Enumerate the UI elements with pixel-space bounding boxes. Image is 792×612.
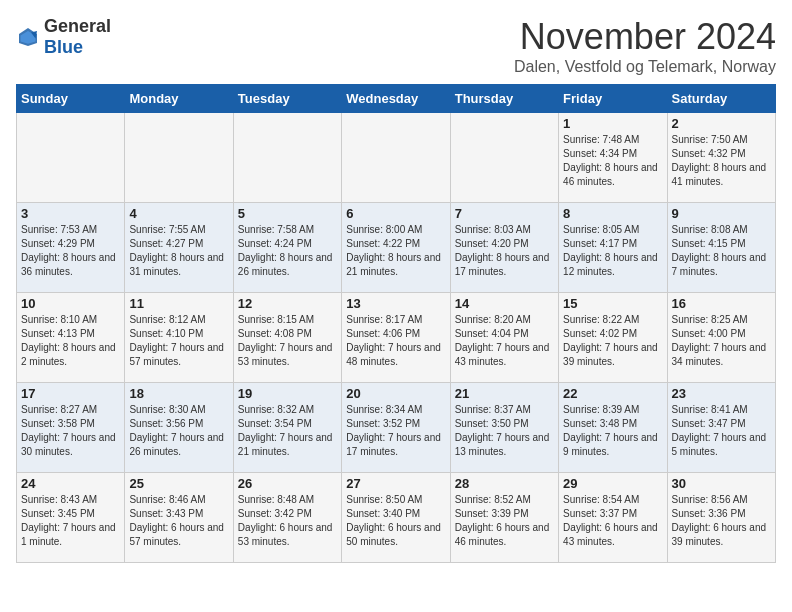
day-number: 13 [346, 296, 445, 311]
calendar-cell: 25Sunrise: 8:46 AM Sunset: 3:43 PM Dayli… [125, 473, 233, 563]
cell-info: Sunrise: 8:43 AM Sunset: 3:45 PM Dayligh… [21, 493, 120, 549]
calendar-cell [125, 113, 233, 203]
cell-info: Sunrise: 7:58 AM Sunset: 4:24 PM Dayligh… [238, 223, 337, 279]
cell-info: Sunrise: 8:03 AM Sunset: 4:20 PM Dayligh… [455, 223, 554, 279]
day-number: 5 [238, 206, 337, 221]
logo: General Blue [16, 16, 111, 58]
cell-info: Sunrise: 7:50 AM Sunset: 4:32 PM Dayligh… [672, 133, 771, 189]
day-number: 10 [21, 296, 120, 311]
day-number: 16 [672, 296, 771, 311]
calendar-cell [233, 113, 341, 203]
calendar-header-row: SundayMondayTuesdayWednesdayThursdayFrid… [17, 85, 776, 113]
cell-info: Sunrise: 8:30 AM Sunset: 3:56 PM Dayligh… [129, 403, 228, 459]
calendar-cell: 1Sunrise: 7:48 AM Sunset: 4:34 PM Daylig… [559, 113, 667, 203]
cell-info: Sunrise: 8:17 AM Sunset: 4:06 PM Dayligh… [346, 313, 445, 369]
calendar-cell [342, 113, 450, 203]
calendar-cell: 13Sunrise: 8:17 AM Sunset: 4:06 PM Dayli… [342, 293, 450, 383]
day-number: 23 [672, 386, 771, 401]
logo-general: General [44, 16, 111, 36]
cell-info: Sunrise: 8:54 AM Sunset: 3:37 PM Dayligh… [563, 493, 662, 549]
calendar-cell [17, 113, 125, 203]
cell-info: Sunrise: 8:10 AM Sunset: 4:13 PM Dayligh… [21, 313, 120, 369]
cell-info: Sunrise: 8:05 AM Sunset: 4:17 PM Dayligh… [563, 223, 662, 279]
day-number: 1 [563, 116, 662, 131]
logo-blue: Blue [44, 37, 83, 57]
calendar-cell: 29Sunrise: 8:54 AM Sunset: 3:37 PM Dayli… [559, 473, 667, 563]
calendar-cell: 27Sunrise: 8:50 AM Sunset: 3:40 PM Dayli… [342, 473, 450, 563]
calendar-cell: 23Sunrise: 8:41 AM Sunset: 3:47 PM Dayli… [667, 383, 775, 473]
calendar-cell: 30Sunrise: 8:56 AM Sunset: 3:36 PM Dayli… [667, 473, 775, 563]
calendar-week-row: 1Sunrise: 7:48 AM Sunset: 4:34 PM Daylig… [17, 113, 776, 203]
calendar-cell: 3Sunrise: 7:53 AM Sunset: 4:29 PM Daylig… [17, 203, 125, 293]
day-number: 6 [346, 206, 445, 221]
cell-info: Sunrise: 8:20 AM Sunset: 4:04 PM Dayligh… [455, 313, 554, 369]
cell-info: Sunrise: 8:34 AM Sunset: 3:52 PM Dayligh… [346, 403, 445, 459]
cell-info: Sunrise: 7:55 AM Sunset: 4:27 PM Dayligh… [129, 223, 228, 279]
cell-info: Sunrise: 7:48 AM Sunset: 4:34 PM Dayligh… [563, 133, 662, 189]
calendar-cell: 28Sunrise: 8:52 AM Sunset: 3:39 PM Dayli… [450, 473, 558, 563]
day-number: 21 [455, 386, 554, 401]
location-subtitle: Dalen, Vestfold og Telemark, Norway [514, 58, 776, 76]
day-number: 30 [672, 476, 771, 491]
cell-info: Sunrise: 8:52 AM Sunset: 3:39 PM Dayligh… [455, 493, 554, 549]
cell-info: Sunrise: 8:37 AM Sunset: 3:50 PM Dayligh… [455, 403, 554, 459]
cell-info: Sunrise: 8:22 AM Sunset: 4:02 PM Dayligh… [563, 313, 662, 369]
calendar-cell: 15Sunrise: 8:22 AM Sunset: 4:02 PM Dayli… [559, 293, 667, 383]
calendar-week-row: 10Sunrise: 8:10 AM Sunset: 4:13 PM Dayli… [17, 293, 776, 383]
calendar-cell: 10Sunrise: 8:10 AM Sunset: 4:13 PM Dayli… [17, 293, 125, 383]
col-header-thursday: Thursday [450, 85, 558, 113]
calendar-cell: 2Sunrise: 7:50 AM Sunset: 4:32 PM Daylig… [667, 113, 775, 203]
calendar-cell: 6Sunrise: 8:00 AM Sunset: 4:22 PM Daylig… [342, 203, 450, 293]
cell-info: Sunrise: 8:15 AM Sunset: 4:08 PM Dayligh… [238, 313, 337, 369]
calendar-table: SundayMondayTuesdayWednesdayThursdayFrid… [16, 84, 776, 563]
day-number: 29 [563, 476, 662, 491]
day-number: 20 [346, 386, 445, 401]
logo-icon [16, 25, 40, 49]
calendar-cell: 22Sunrise: 8:39 AM Sunset: 3:48 PM Dayli… [559, 383, 667, 473]
col-header-saturday: Saturday [667, 85, 775, 113]
calendar-cell: 7Sunrise: 8:03 AM Sunset: 4:20 PM Daylig… [450, 203, 558, 293]
cell-info: Sunrise: 8:48 AM Sunset: 3:42 PM Dayligh… [238, 493, 337, 549]
cell-info: Sunrise: 8:08 AM Sunset: 4:15 PM Dayligh… [672, 223, 771, 279]
day-number: 25 [129, 476, 228, 491]
logo-text: General Blue [44, 16, 111, 58]
cell-info: Sunrise: 8:32 AM Sunset: 3:54 PM Dayligh… [238, 403, 337, 459]
page-header: General Blue November 2024 Dalen, Vestfo… [16, 16, 776, 76]
calendar-cell: 21Sunrise: 8:37 AM Sunset: 3:50 PM Dayli… [450, 383, 558, 473]
cell-info: Sunrise: 8:39 AM Sunset: 3:48 PM Dayligh… [563, 403, 662, 459]
day-number: 18 [129, 386, 228, 401]
calendar-cell: 26Sunrise: 8:48 AM Sunset: 3:42 PM Dayli… [233, 473, 341, 563]
month-title: November 2024 [514, 16, 776, 58]
cell-info: Sunrise: 7:53 AM Sunset: 4:29 PM Dayligh… [21, 223, 120, 279]
col-header-friday: Friday [559, 85, 667, 113]
calendar-cell: 18Sunrise: 8:30 AM Sunset: 3:56 PM Dayli… [125, 383, 233, 473]
calendar-cell: 12Sunrise: 8:15 AM Sunset: 4:08 PM Dayli… [233, 293, 341, 383]
cell-info: Sunrise: 8:12 AM Sunset: 4:10 PM Dayligh… [129, 313, 228, 369]
day-number: 8 [563, 206, 662, 221]
col-header-monday: Monday [125, 85, 233, 113]
day-number: 27 [346, 476, 445, 491]
calendar-cell: 5Sunrise: 7:58 AM Sunset: 4:24 PM Daylig… [233, 203, 341, 293]
calendar-cell: 4Sunrise: 7:55 AM Sunset: 4:27 PM Daylig… [125, 203, 233, 293]
cell-info: Sunrise: 8:50 AM Sunset: 3:40 PM Dayligh… [346, 493, 445, 549]
day-number: 9 [672, 206, 771, 221]
col-header-tuesday: Tuesday [233, 85, 341, 113]
calendar-cell: 19Sunrise: 8:32 AM Sunset: 3:54 PM Dayli… [233, 383, 341, 473]
calendar-week-row: 24Sunrise: 8:43 AM Sunset: 3:45 PM Dayli… [17, 473, 776, 563]
day-number: 7 [455, 206, 554, 221]
cell-info: Sunrise: 8:25 AM Sunset: 4:00 PM Dayligh… [672, 313, 771, 369]
day-number: 11 [129, 296, 228, 311]
day-number: 4 [129, 206, 228, 221]
calendar-cell: 20Sunrise: 8:34 AM Sunset: 3:52 PM Dayli… [342, 383, 450, 473]
day-number: 26 [238, 476, 337, 491]
title-block: November 2024 Dalen, Vestfold og Telemar… [514, 16, 776, 76]
calendar-cell: 24Sunrise: 8:43 AM Sunset: 3:45 PM Dayli… [17, 473, 125, 563]
day-number: 28 [455, 476, 554, 491]
calendar-cell: 11Sunrise: 8:12 AM Sunset: 4:10 PM Dayli… [125, 293, 233, 383]
calendar-week-row: 17Sunrise: 8:27 AM Sunset: 3:58 PM Dayli… [17, 383, 776, 473]
cell-info: Sunrise: 8:46 AM Sunset: 3:43 PM Dayligh… [129, 493, 228, 549]
col-header-wednesday: Wednesday [342, 85, 450, 113]
day-number: 14 [455, 296, 554, 311]
cell-info: Sunrise: 8:27 AM Sunset: 3:58 PM Dayligh… [21, 403, 120, 459]
day-number: 22 [563, 386, 662, 401]
